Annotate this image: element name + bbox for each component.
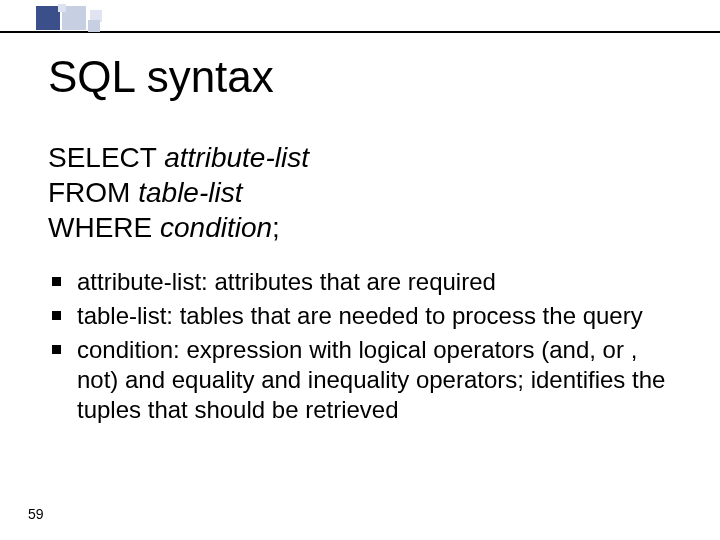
- terminator: ;: [272, 212, 280, 243]
- slide-title: SQL syntax: [48, 52, 274, 102]
- decor-square-icon: [58, 4, 66, 12]
- list-item: table-list: tables that are needed to pr…: [48, 301, 680, 331]
- bullet-square-icon: [52, 311, 61, 320]
- keyword-where: WHERE: [48, 212, 152, 243]
- bullet-text: attribute-list: attributes that are requ…: [77, 267, 680, 297]
- decor-square-icon: [88, 20, 100, 32]
- syntax-line-where: WHERE condition;: [48, 210, 680, 245]
- bullet-text: table-list: tables that are needed to pr…: [77, 301, 680, 331]
- placeholder-condition: condition: [160, 212, 272, 243]
- keyword-select: SELECT: [48, 142, 156, 173]
- slide-body: SELECT attribute-list FROM table-list WH…: [48, 140, 680, 429]
- list-item: condition: expression with logical opera…: [48, 335, 680, 425]
- placeholder-attribute-list: attribute-list: [164, 142, 309, 173]
- page-number: 59: [28, 506, 44, 522]
- keyword-from: FROM: [48, 177, 130, 208]
- slide: SQL syntax SELECT attribute-list FROM ta…: [0, 0, 720, 540]
- decor-square-icon: [36, 6, 60, 30]
- header-rule: [0, 31, 720, 33]
- placeholder-table-list: table-list: [138, 177, 242, 208]
- bullet-square-icon: [52, 277, 61, 286]
- list-item: attribute-list: attributes that are requ…: [48, 267, 680, 297]
- bullet-text: condition: expression with logical opera…: [77, 335, 680, 425]
- bullet-list: attribute-list: attributes that are requ…: [48, 267, 680, 425]
- sql-syntax-block: SELECT attribute-list FROM table-list WH…: [48, 140, 680, 245]
- syntax-line-select: SELECT attribute-list: [48, 140, 680, 175]
- syntax-line-from: FROM table-list: [48, 175, 680, 210]
- header-decoration: [0, 0, 720, 38]
- bullet-square-icon: [52, 345, 61, 354]
